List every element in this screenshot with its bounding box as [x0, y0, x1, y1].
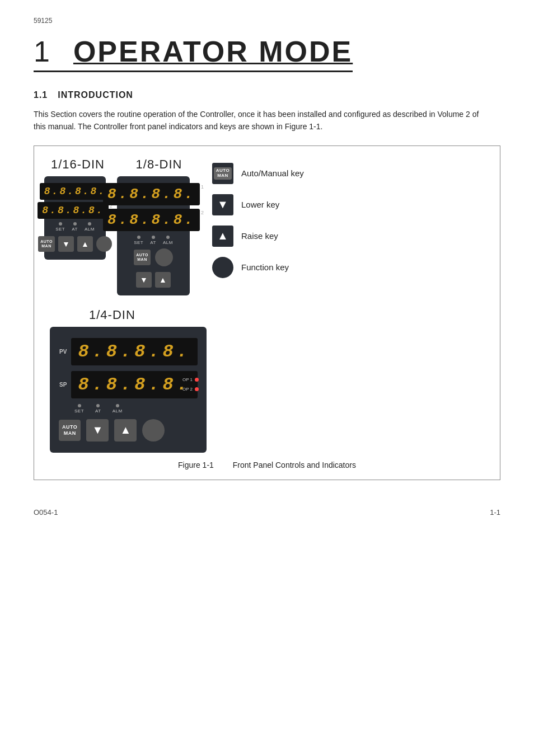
btn-arrow-up-1-8[interactable]: ▲	[155, 272, 171, 288]
seg-display-1-8-top-wrap: 8.8.8.8. 1	[103, 183, 204, 205]
btn-arrow-up-1-4[interactable]: ▲	[114, 419, 137, 442]
section-heading: 1.1INTRODUCTION	[34, 90, 500, 100]
op1-label: OP 1	[182, 377, 193, 382]
panel-1-4-label: 1/4-DIN	[44, 308, 207, 322]
seg-display-1-16-top: 8.8.8.8.	[40, 183, 110, 200]
legend-label-raise: Raise key	[241, 231, 278, 241]
indicator-set-1-8: SET	[134, 236, 143, 245]
indicator-label-set-1-8: SET	[134, 240, 143, 245]
btn-man-label-1-16: MAN	[41, 244, 51, 248]
op2-dot	[195, 387, 199, 391]
indicator-at-1-16: AT	[72, 222, 78, 232]
btn-arrow-up-1-16[interactable]: ▲	[77, 236, 93, 252]
indicator-label-set-1-4: SET	[74, 408, 84, 414]
legend-label-auto-man: Auto/Manual key	[241, 168, 304, 178]
indicator-dot-set-1-8	[137, 236, 140, 239]
btn-auto-man-1-8[interactable]: AUTO MAN	[134, 250, 151, 265]
section-number: 1.1	[34, 90, 48, 100]
indicators-row-1-16: SET AT ALM	[55, 222, 95, 232]
seg-display-1-8-top: 8.8.8.8.	[103, 183, 200, 205]
arrow-up-icon: ▲	[217, 229, 228, 242]
seg-display-1-8-bot: 8.8.8.8.	[103, 209, 200, 231]
btn-auto-man-1-4[interactable]: AUTO MAN	[59, 420, 81, 441]
figure-caption: Figure 1-1 Front Panel Controls and Indi…	[44, 461, 490, 469]
indicator-dot-alm-1-16	[88, 222, 91, 226]
btn-circle-1-8[interactable]	[155, 248, 173, 266]
btn-circle-1-4[interactable]	[142, 419, 165, 442]
btn-arrow-down-1-16[interactable]: ▼	[58, 236, 74, 252]
legend-label-function: Function key	[241, 262, 289, 272]
legend-item-lower: ▼ Lower key	[212, 194, 304, 215]
indicator-at-1-4: AT	[95, 404, 101, 414]
btn-circle-1-16[interactable]	[96, 236, 112, 252]
legend-item-auto-man: AUTO MAN Auto/Manual key	[212, 163, 304, 184]
footer-left: O054-1	[34, 508, 58, 516]
btn-auto-label-1-16: AUTO	[40, 240, 53, 244]
sup-2-1-8: 2	[201, 210, 204, 215]
panel-1-16-label: 1/16-DIN	[44, 157, 106, 172]
seg-chars-1-4-sp: 8.8.8.8.	[78, 374, 191, 395]
figure-caption-num: Figure 1-1	[178, 461, 214, 469]
op2-row: OP 2	[182, 387, 199, 392]
seg-display-1-4-pv: 8.8.8.8.	[71, 338, 198, 365]
indicator-dot-at-1-4	[96, 404, 100, 407]
seg-chars-1-4-pv: 8.8.8.8.	[78, 341, 191, 362]
btn-auto-man-1-16[interactable]: AUTO MAN	[38, 236, 55, 252]
keys-row-am-1-8: AUTO MAN	[134, 248, 173, 266]
btn-arrow-down-1-8[interactable]: ▼	[136, 272, 152, 288]
btn-man-label-1-8: MAN	[137, 257, 147, 262]
indicators-row-1-4: SET AT ALM	[59, 404, 198, 414]
btn-auto-label-1-4: AUTO	[62, 424, 77, 430]
pv-row: PV 8.8.8.8.	[59, 338, 198, 365]
keys-row-1-16: AUTO MAN ▼ ▲	[38, 236, 112, 252]
indicator-set-1-16: SET	[55, 222, 65, 232]
seg-display-1-4-sp: 8.8.8.8.	[71, 371, 198, 398]
keys-row-1-4: AUTO MAN ▼ ▲	[59, 419, 198, 442]
chapter-title: 1OPERATOR MODE	[34, 35, 353, 72]
sp-row: SP 8.8.8.8.	[59, 371, 198, 398]
page: 59125 1OPERATOR MODE 1.1INTRODUCTION Thi…	[0, 0, 534, 756]
keys-row-arrows-1-8: ▼ ▲	[136, 272, 171, 288]
indicator-label-alm-1-8: ALM	[163, 240, 173, 245]
controller-panel-1-4-wrap: PV 8.8.8.8. OP 1	[50, 327, 207, 453]
op1-dot	[195, 378, 199, 382]
indicator-label-alm-1-4: ALM	[113, 408, 123, 414]
legend-auto-man-btn: AUTO MAN	[214, 167, 232, 180]
seg-display-1-8-bot-wrap: 8.8.8.8. 2	[103, 209, 204, 231]
chapter-number: 1	[34, 35, 51, 68]
legend-item-raise: ▲ Raise key	[212, 226, 304, 247]
panel-1-8-label: 1/8-DIN	[117, 157, 195, 172]
indicator-dot-alm-1-4	[116, 404, 119, 407]
legend-key-function	[212, 257, 233, 278]
left-panels-area: 1/16-DIN 8.8.8.8. 8.8.8.8. 2	[44, 157, 207, 453]
indicator-dot-at-1-16	[73, 222, 77, 226]
legend-key-auto-man: AUTO MAN	[212, 163, 233, 184]
seg-display-1-16-bot: 8.8.8.8.	[38, 202, 108, 219]
legend-key-lower: ▼	[212, 194, 233, 215]
op1-row: OP 1	[182, 377, 199, 382]
indicator-dot-alm-1-8	[166, 236, 170, 239]
footer-right: 1-1	[490, 508, 500, 516]
legend-label-lower: Lower key	[241, 200, 279, 209]
doc-number: 59125	[34, 17, 500, 25]
seg-display-1-16-bot-wrap: 8.8.8.8. 2	[38, 202, 112, 219]
indicator-label-at-1-16: AT	[72, 227, 78, 232]
indicator-alm-1-16: ALM	[85, 222, 95, 232]
indicator-at-1-8: AT	[150, 236, 156, 245]
btn-auto-label-1-8: AUTO	[136, 253, 148, 257]
seg-chars-1-8-bot: 8.8.8.8.	[107, 212, 195, 228]
panel-1-8: 1/8-DIN 8.8.8.8. 1	[117, 157, 195, 295]
sup-1-1-8: 1	[201, 184, 204, 190]
legend-item-function: Function key	[212, 257, 304, 278]
btn-arrow-down-1-4[interactable]: ▼	[86, 419, 109, 442]
footer: O054-1 1-1	[34, 503, 500, 516]
indicator-set-1-4: SET	[74, 404, 84, 414]
btn-man-label-1-4: MAN	[64, 430, 76, 436]
pv-label: PV	[59, 349, 67, 355]
indicator-label-alm-1-16: ALM	[85, 227, 95, 232]
indicator-dot-set-1-16	[59, 222, 62, 226]
indicator-alm-1-4: ALM	[113, 404, 123, 414]
section-title: INTRODUCTION	[58, 90, 133, 100]
indicator-dot-at-1-8	[152, 236, 155, 239]
legend-key-raise: ▲	[212, 226, 233, 247]
